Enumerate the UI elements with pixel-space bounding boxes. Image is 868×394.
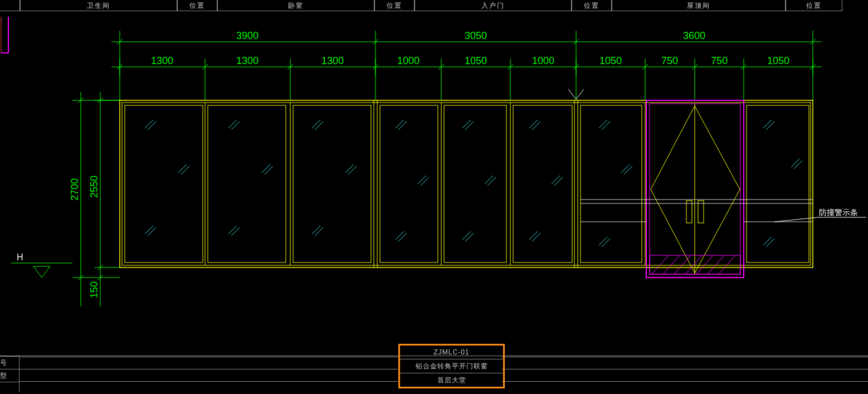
svg-line-79: [708, 255, 724, 274]
hdr-cell-6: 屋顶间: [612, 0, 786, 11]
footer-rule-r: [501, 357, 868, 357]
svg-line-92: [231, 121, 240, 130]
svg-line-111: [485, 176, 493, 184]
svg-line-74: [652, 255, 669, 274]
svg-line-131: [763, 237, 772, 245]
footer-rule3: [19, 381, 398, 382]
hdr-cell-1: 位置: [177, 0, 217, 11]
svg-line-110: [465, 121, 474, 130]
dim-minor-3: 1000: [397, 55, 420, 66]
svg-line-96: [231, 227, 240, 236]
header-row: 卫生间 位置 卧室 位置 入户门 位置 屋顶间 位置: [0, 0, 868, 11]
hdr-cell-3: 位置: [374, 0, 415, 11]
dim-major-2: 3600: [683, 30, 705, 41]
svg-line-87: [178, 164, 187, 173]
footer-rule: [19, 357, 398, 357]
hdr-spacer: [0, 0, 20, 11]
svg-rect-57: [380, 105, 438, 262]
title-desc: 铝合金转角平开门联窗: [400, 359, 503, 373]
svg-line-78: [696, 255, 713, 274]
svg-line-90: [148, 227, 156, 236]
svg-line-117: [552, 176, 560, 184]
svg-line-95: [228, 226, 237, 234]
title-code: ZJMLC-01: [400, 346, 503, 359]
level-arrow-icon: [11, 263, 72, 278]
svg-line-76: [674, 255, 691, 274]
dim-major-1: 3050: [465, 30, 487, 41]
svg-line-118: [554, 177, 563, 186]
svg-line-124: [624, 166, 632, 174]
svg-rect-51: [208, 105, 286, 262]
dim-minor-7: 750: [661, 55, 678, 66]
svg-line-123: [621, 164, 630, 173]
svg-line-133: [774, 217, 818, 222]
dim-minor-5: 1000: [532, 55, 554, 66]
svg-rect-49: [122, 103, 811, 265]
svg-line-120: [532, 233, 540, 241]
svg-line-125: [599, 237, 607, 245]
footer-label-1: 型: [0, 369, 19, 382]
svg-line-75: [663, 255, 680, 274]
svg-line-97: [312, 120, 320, 128]
svg-line-119: [529, 231, 538, 240]
footer-label-0: 号: [0, 356, 19, 369]
svg-rect-50: [125, 105, 203, 262]
svg-rect-58: [444, 105, 506, 262]
hdr-cell-4: 入户门: [415, 0, 572, 11]
svg-line-102: [315, 227, 323, 236]
svg-line-128: [766, 121, 774, 130]
dim-minor-0: 1300: [151, 55, 173, 66]
annotation-leader: [774, 217, 866, 222]
hdr-cell-7: 位置: [786, 0, 842, 11]
hdr-cell-2: 卧室: [217, 0, 374, 11]
svg-line-112: [487, 177, 496, 186]
svg-line-103: [396, 120, 404, 128]
svg-line-132: [766, 239, 774, 247]
dim-minor-9: 1050: [767, 55, 789, 66]
svg-line-113: [462, 231, 471, 240]
footer-rule-r3: [501, 381, 868, 382]
dim-minor-2: 1300: [321, 55, 344, 66]
svg-rect-71: [686, 201, 692, 223]
annotation-text: 防撞警示条: [819, 208, 858, 217]
svg-line-116: [532, 121, 540, 130]
dim-v-inner: 2550: [89, 176, 100, 198]
svg-rect-52: [293, 105, 371, 262]
dim-v-outer: 2700: [69, 178, 80, 201]
title-block: ZJMLC-01 铝合金转角平开门联窗 首层大堂: [398, 344, 505, 388]
title-location: 首层大堂: [400, 373, 503, 387]
door-icon: [646, 100, 744, 278]
svg-line-99: [345, 164, 354, 173]
hdr-cell-0: 卫生间: [20, 0, 177, 11]
svg-line-129: [791, 159, 799, 167]
drawing-canvas: 3900 3050 3600 1300 1300 1300 1000 1050 …: [0, 11, 868, 334]
svg-marker-47: [33, 266, 50, 278]
svg-line-126: [602, 239, 610, 247]
svg-line-101: [312, 226, 320, 234]
dim-v-bottom: 150: [89, 281, 100, 298]
svg-line-105: [418, 176, 426, 184]
svg-line-109: [462, 120, 471, 128]
svg-line-106: [421, 177, 429, 186]
svg-line-98: [315, 121, 323, 130]
svg-line-130: [794, 160, 802, 169]
dim-minor-4: 1050: [465, 55, 487, 66]
svg-rect-72: [698, 201, 704, 223]
dim-minor-1: 1300: [236, 55, 259, 66]
svg-line-94: [265, 166, 273, 174]
svg-line-89: [145, 226, 153, 234]
svg-line-88: [181, 166, 189, 174]
svg-rect-64: [581, 105, 642, 262]
level-mark: H: [17, 252, 23, 262]
svg-line-114: [465, 233, 474, 241]
svg-line-115: [529, 120, 538, 128]
svg-line-93: [262, 164, 270, 173]
dim-minor-6: 1050: [599, 55, 622, 66]
footer-rule2: [19, 369, 398, 369]
svg-rect-48: [120, 100, 813, 267]
hdr-cell-5: 位置: [572, 0, 612, 11]
dim-major-0: 3900: [236, 30, 259, 41]
svg-line-100: [348, 166, 357, 174]
svg-line-121: [599, 120, 607, 128]
svg-line-85: [145, 120, 153, 128]
